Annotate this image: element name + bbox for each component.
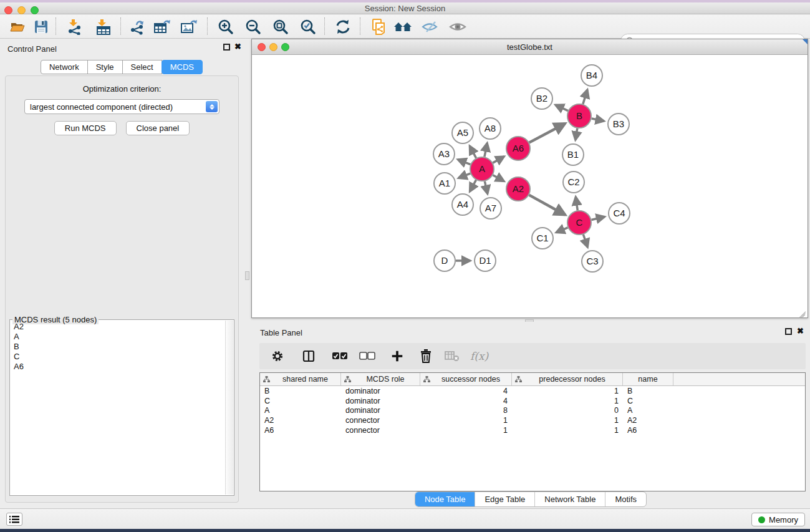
delete-table-button[interactable] [443, 347, 461, 365]
table-cell[interactable]: 1 [420, 416, 512, 425]
graph-node-A6[interactable]: A6 [506, 137, 530, 160]
close-panel-icon[interactable]: ✖ [234, 42, 241, 51]
close-panel-button[interactable]: Close panel [126, 121, 190, 135]
table-cell[interactable]: B [623, 387, 673, 395]
table-row[interactable]: Cdominator41C [260, 396, 805, 406]
column-header-shared-name[interactable]: shared name [260, 373, 341, 385]
graph-node-A[interactable]: A [470, 157, 494, 181]
graph-edge-A-A5[interactable] [470, 146, 476, 158]
tab-motifs[interactable]: Motifs [605, 492, 646, 506]
table-row[interactable]: A2connector11A2 [260, 415, 805, 425]
delete-columns-button[interactable] [417, 347, 435, 365]
table-cell[interactable]: connector [341, 416, 420, 425]
tab-mcds[interactable]: MCDS [162, 60, 203, 74]
show-all-button[interactable] [448, 17, 468, 36]
table-cell[interactable]: 1 [512, 397, 623, 405]
graph-node-D1[interactable]: D1 [475, 250, 496, 271]
graph-node-C4[interactable]: C4 [609, 203, 630, 224]
tab-style[interactable]: Style [87, 60, 123, 74]
graph-node-A2[interactable]: A2 [506, 177, 530, 201]
zoom-selected-button[interactable] [298, 17, 318, 36]
save-session-button[interactable] [31, 17, 51, 36]
graph-edge-A-A8[interactable] [485, 143, 487, 157]
run-mcds-button[interactable]: Run MCDS [54, 121, 117, 135]
column-header-name[interactable]: name [623, 373, 673, 385]
export-table-button[interactable] [152, 17, 172, 36]
import-table-button[interactable] [94, 17, 113, 36]
table-cell[interactable]: connector [341, 426, 420, 435]
task-history-button[interactable] [6, 513, 22, 526]
table-row[interactable]: A6connector11A6 [260, 425, 805, 435]
result-list-item[interactable]: A6 [11, 362, 224, 372]
graph-node-B[interactable]: B [567, 104, 591, 128]
graph-edge-A-A2[interactable] [493, 175, 504, 181]
graph-node-B1[interactable]: B1 [562, 144, 584, 165]
table-cell[interactable]: 1 [512, 387, 623, 395]
table-cell[interactable]: C [623, 397, 673, 405]
graph-node-C3[interactable]: C3 [582, 251, 603, 272]
create-column-button[interactable] [388, 347, 407, 365]
table-cell[interactable]: A2 [623, 416, 673, 425]
graph-node-A5[interactable]: A5 [452, 122, 473, 143]
table-cell[interactable]: 1 [420, 426, 512, 435]
table-cell[interactable]: A6 [623, 426, 673, 435]
table-cell[interactable]: 8 [420, 406, 512, 415]
graph-edge-A6-B[interactable] [529, 123, 565, 142]
graph-edge-B-B3[interactable] [592, 118, 604, 121]
table-cell[interactable]: A2 [260, 416, 341, 425]
graph-node-C[interactable]: C [567, 211, 591, 235]
graph-node-A4[interactable]: A4 [452, 194, 473, 215]
table-row[interactable]: Bdominator41B [260, 386, 805, 396]
table-row[interactable]: Adominator80A [260, 406, 805, 416]
table-cell[interactable]: 1 [512, 426, 623, 435]
graph-node-A3[interactable]: A3 [433, 143, 455, 165]
graph-node-B4[interactable]: B4 [581, 65, 602, 86]
tab-node-table[interactable]: Node Table [415, 492, 475, 506]
criterion-dropdown[interactable]: largest connected component (directed) [24, 99, 219, 114]
table-cell[interactable]: 4 [420, 387, 512, 395]
table-settings-button[interactable] [268, 347, 287, 365]
table-cell[interactable]: 4 [420, 397, 512, 405]
import-network-button[interactable] [65, 17, 85, 36]
hide-selected-button[interactable] [420, 17, 440, 36]
export-network-button[interactable] [127, 17, 147, 36]
table-cell[interactable]: dominator [341, 406, 420, 415]
column-header-successor-nodes[interactable]: successor nodes [420, 373, 512, 385]
table-cell[interactable]: 0 [512, 406, 623, 415]
graph-edge-C-C4[interactable] [591, 216, 604, 220]
column-header-MCDS-role[interactable]: MCDS role [341, 373, 420, 385]
result-list-item[interactable]: B [11, 342, 224, 352]
table-cell[interactable]: A [260, 406, 341, 415]
select-all-rows-button[interactable] [330, 347, 349, 365]
graph-edge-B-B2[interactable] [556, 105, 568, 110]
export-image-button[interactable] [179, 17, 199, 36]
table-cell[interactable]: 1 [512, 416, 623, 425]
close-panel-icon[interactable]: ✖ [797, 327, 804, 336]
open-session-button[interactable] [7, 17, 27, 36]
graph-edge-A-A6[interactable] [493, 157, 504, 163]
graph-edge-A-A7[interactable] [485, 181, 487, 194]
graph-edge-C-C3[interactable] [583, 235, 587, 247]
table-cell[interactable]: B [260, 387, 341, 395]
graph-node-A1[interactable]: A1 [434, 173, 455, 194]
tab-edge-table[interactable]: Edge Table [475, 492, 534, 506]
memory-button[interactable]: Memory [751, 513, 805, 526]
table-cell[interactable]: dominator [341, 387, 420, 395]
table-cell[interactable]: A [623, 406, 673, 415]
network-window-titlebar[interactable]: testGlobe.txt [252, 39, 808, 55]
graph-node-A8[interactable]: A8 [480, 118, 501, 139]
table-cell[interactable]: dominator [341, 397, 420, 405]
result-list-item[interactable]: C [11, 352, 224, 362]
graph-node-B2[interactable]: B2 [531, 88, 552, 109]
deselect-all-rows-button[interactable] [358, 347, 377, 365]
zoom-in-button[interactable] [216, 17, 236, 36]
tab-network[interactable]: Network [41, 60, 88, 74]
graph-node-B3[interactable]: B3 [608, 114, 629, 135]
refresh-button[interactable] [333, 17, 353, 36]
float-panel-icon[interactable] [785, 328, 792, 335]
tab-network-table[interactable]: Network Table [534, 492, 605, 506]
copy-network-button[interactable] [369, 17, 389, 36]
zoom-fit-button[interactable] [271, 17, 291, 36]
graph-node-A7[interactable]: A7 [480, 198, 501, 219]
function-builder-button[interactable]: f(x) [470, 350, 488, 362]
